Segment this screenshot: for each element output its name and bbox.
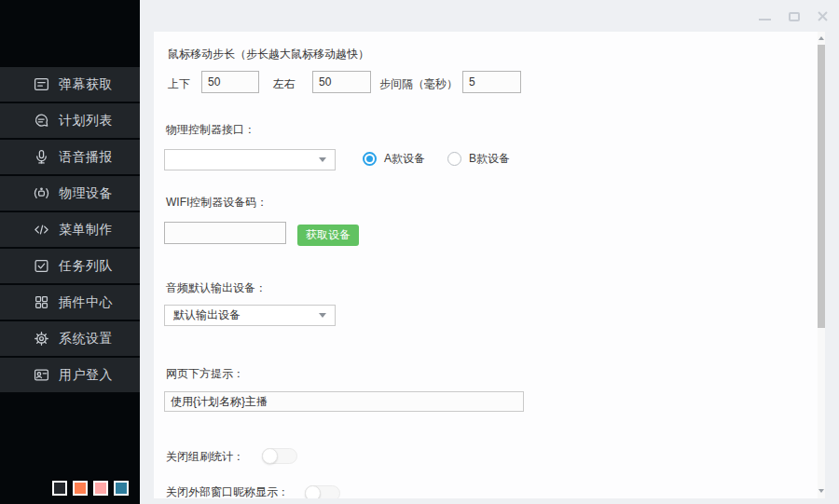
sidebar-item-label: 菜单制作 [59,222,113,238]
device-type-b-label: B款设备 [469,151,510,167]
horizontal-step-input[interactable] [312,71,371,93]
mouse-step-title: 鼠标移动步长（步长越大鼠标移动越快） [168,47,369,62]
sidebar-item-label: 系统设置 [59,331,113,347]
device-type-a-label: A款设备 [384,151,425,167]
web-tip-input[interactable] [164,391,524,412]
vertical-scrollbar[interactable] [818,32,825,498]
sidebar-item-label: 任务列队 [59,258,113,275]
minimize-button[interactable] [757,7,772,22]
vertical-step-label: 上下 [168,76,190,92]
sidebar-item-danmaku[interactable]: 弹幕获取 [0,67,140,103]
web-tip-label: 网页下方提示： [166,366,244,382]
plan-chat-icon [34,113,49,129]
code-icon [34,222,49,238]
theme-swatch-dark[interactable] [52,481,67,496]
sidebar-item-voice[interactable]: 语音播报 [0,140,140,176]
sidebar-item-plugin-center[interactable]: 插件中心 [0,285,140,321]
minimize-icon [759,19,771,20]
sidebar-item-user-login[interactable]: 用户登入 [0,358,140,394]
horizontal-step-label: 左右 [273,76,296,92]
scrollbar-thumb[interactable] [818,45,825,328]
vertical-step-input[interactable] [201,71,259,93]
sidebar-item-plan-list[interactable]: 计划列表 [0,103,140,140]
group-stats-toggle-label: 关闭组刷统计： [166,449,244,465]
controller-port-dropdown[interactable] [164,149,336,170]
sidebar-item-menu-maker[interactable]: 菜单制作 [0,212,140,249]
sidebar-item-label: 计划列表 [59,113,113,129]
theme-swatch-teal[interactable] [114,481,129,496]
plugin-grid-icon [34,294,49,310]
physical-device-icon [34,185,49,201]
close-button[interactable] [815,7,830,22]
microphone-icon [34,149,49,165]
maximize-button[interactable] [787,7,802,22]
radio-unselected-icon [447,152,461,166]
theme-swatch-orange[interactable] [73,481,88,496]
sidebar-item-physical-device[interactable]: 物理设备 [0,176,140,212]
wifi-code-label: WIFI控制器设备码： [166,195,268,211]
danmaku-list-icon [34,76,49,92]
gear-icon [34,331,49,347]
radio-selected-icon [363,152,377,166]
sidebar-item-system-settings[interactable]: 系统设置 [0,321,140,358]
settings-panel: 鼠标移动步长（步长越大鼠标移动越快） 上下 左右 步间隔（毫秒） 物理控制器接口… [154,32,825,498]
task-check-icon [34,258,49,274]
sidebar-nav: 弹幕获取 计划列表 语音播报 物理设备 菜单制作 [0,67,140,394]
external-nickname-toggle[interactable] [305,485,340,498]
scroll-down-icon[interactable] [818,489,824,493]
device-type-a-radio[interactable]: A款设备 [363,151,425,167]
audio-output-dropdown-value: 默认输出设备 [173,307,241,323]
step-interval-label: 步间隔（毫秒） [379,76,458,92]
controller-port-label: 物理控制器接口： [166,122,255,138]
maximize-icon [789,12,800,21]
audio-output-dropdown[interactable]: 默认输出设备 [164,305,336,326]
sidebar-item-label: 用户登入 [59,367,113,384]
scroll-up-icon[interactable] [818,36,824,40]
wifi-code-input[interactable] [164,222,286,244]
toggle-knob [262,448,278,464]
sidebar: 弹幕获取 计划列表 语音播报 物理设备 菜单制作 [0,0,140,504]
chevron-down-icon [319,157,326,162]
sidebar-item-label: 语音播报 [59,149,113,166]
theme-color-swatches [52,481,129,496]
sidebar-item-label: 弹幕获取 [59,76,113,93]
sidebar-item-task-queue[interactable]: 任务列队 [0,249,140,285]
group-stats-toggle[interactable] [262,448,297,464]
fetch-device-button[interactable]: 获取设备 [297,225,359,246]
step-interval-input[interactable] [462,71,521,93]
device-type-b-radio[interactable]: B款设备 [447,151,510,167]
sidebar-item-label: 插件中心 [59,294,113,311]
sidebar-item-label: 物理设备 [59,185,113,202]
chevron-down-icon [319,313,326,318]
audio-output-label: 音频默认输出设备： [166,280,267,296]
theme-swatch-pink[interactable] [93,481,108,496]
external-nickname-toggle-label: 关闭外部窗口昵称显示： [166,484,289,498]
user-card-icon [34,367,49,383]
close-icon [818,11,828,21]
toggle-knob [305,485,321,498]
